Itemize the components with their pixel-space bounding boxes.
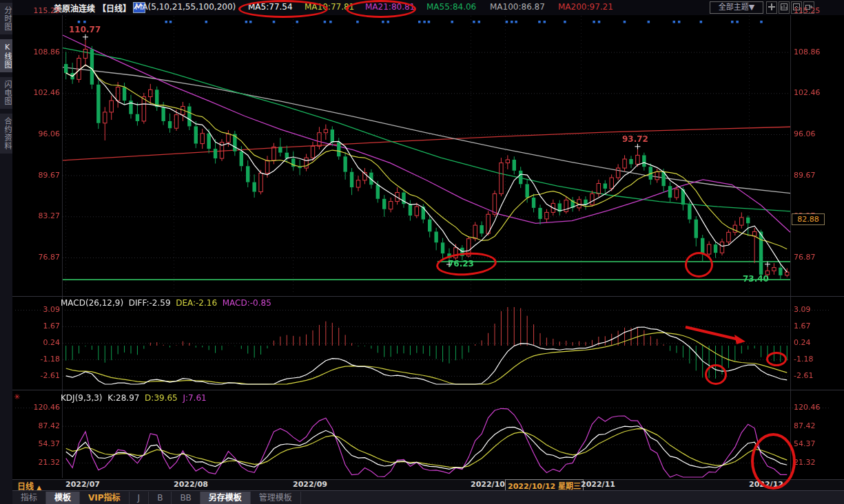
instrument-title: 美原油连续 — [54, 2, 95, 14]
date-tick-label: 2022/10 — [471, 480, 505, 489]
ma10-value: MA10:77.81 — [305, 2, 354, 12]
axis-tick-label: 96.06 — [794, 129, 816, 139]
macd-diff-value: DIFF:-2.59 — [129, 298, 171, 308]
axis-tick-label: 76.87 — [17, 253, 60, 262]
axis-tick-label: 3.09 — [794, 305, 811, 315]
axis-tick-label: 0.24 — [794, 338, 811, 348]
axis-tick-label: 102.46 — [794, 88, 821, 98]
toolbar-tab-bb[interactable]: BB — [172, 492, 200, 504]
axis-tick-label: 120.46 — [17, 403, 60, 412]
axis-tick-label: 89.67 — [17, 171, 60, 180]
macd-params: MACD(26,12,9) — [61, 298, 123, 308]
date-axis: 日线 ▲ 2022/072022/082022/092022/102022/10… — [12, 480, 844, 490]
swing-high-label: 110.77 — [69, 25, 101, 34]
axis-tick-label: 87.42 — [794, 421, 816, 431]
axis-tick-label: -1.18 — [17, 355, 60, 364]
date-tick-label: 2022/12 — [749, 480, 783, 489]
macd-header: MACD(26,12,9) DIFF:-2.59 DEA:-2.16 MACD:… — [61, 298, 271, 308]
kdj-k-value: K:28.97 — [107, 393, 139, 403]
kdj-header: KDJ(9,3,3) K:28.97 D:39.65 J:7.61 — [61, 393, 207, 403]
axis-tick-label: -2.61 — [794, 371, 813, 381]
toolbar-tab-save-template[interactable]: 另存模板 — [200, 492, 251, 504]
axis-tick-label: 1.67 — [17, 322, 60, 331]
toolbar-tab-template[interactable]: 模板 — [46, 492, 80, 504]
date-tick-label: 2022/07 — [65, 480, 100, 489]
ma5-value: MA5:77.54 — [248, 2, 293, 12]
sidebar-tab-contract-info[interactable]: 合约资料 — [0, 114, 12, 154]
ma-params-label: MA(5,10,21,55,100,200) — [135, 2, 236, 12]
trading-app-window: 分时图 K线图 闪电图 合约资料 美原油连续 【日线】 MA(5,10,21,5… — [0, 0, 844, 504]
axis-tick-label: 108.86 — [794, 48, 821, 57]
toolbar-tab-b[interactable]: B — [149, 492, 172, 504]
axis-tick-label: 108.86 — [17, 48, 60, 57]
ma55-value: MA55:84.06 — [426, 2, 476, 12]
axis-tick-label: 76.87 — [794, 253, 816, 262]
kdj-j-value: J:7.61 — [183, 393, 206, 403]
axis-tick-label: 3.09 — [17, 305, 60, 315]
date-tick-label: 2022/09 — [293, 480, 327, 489]
axis-tick-label: 1.67 — [794, 322, 811, 331]
theme-dropdown-button[interactable]: 全部主题▼ — [710, 1, 763, 14]
bottom-toolbar: 指标模板VIP指标JBBB另存模板管理模板 — [12, 490, 844, 504]
axis-tick-label: 96.06 — [17, 129, 60, 139]
toolbar-tab-vip-indicators[interactable]: VIP指标 — [80, 492, 130, 504]
date-tick-label: 2022/08 — [174, 480, 208, 489]
axis-tick-label: 120.46 — [794, 403, 821, 412]
axis-tick-label: 54.37 — [17, 439, 60, 449]
kdj-d-value: D:39.65 — [145, 393, 178, 403]
toolbar-tab-manage-template[interactable]: 管理模板 — [251, 492, 301, 504]
period-tag: 【日线】 — [98, 2, 131, 14]
kdj-params: KDJ(9,3,3) — [61, 393, 103, 403]
top-bar: 美原油连续 【日线】 MA(5,10,21,55,100,200) MA5:77… — [12, 0, 844, 15]
ma200-value: MA200:97.21 — [558, 2, 613, 12]
panel-separator — [12, 296, 844, 297]
macd-dea-value: DEA:-2.16 — [176, 298, 217, 308]
axis-tick-label: 115.25 — [794, 6, 821, 16]
axis-tick-label: 83.27 — [17, 211, 60, 221]
axis-tick-label: 89.67 — [794, 171, 816, 180]
ma100-value: MA100:86.87 — [490, 2, 545, 12]
sidebar-tab-time-chart[interactable]: 分时图 — [0, 3, 12, 34]
axis-tick-label: 21.32 — [17, 458, 60, 468]
axis-tick-label: 21.32 — [794, 458, 816, 468]
toolbar-tab-j[interactable]: J — [130, 492, 150, 504]
sidebar-tab-lightning-chart[interactable]: 闪电图 — [0, 77, 12, 109]
date-tick-label: 2022/11 — [581, 480, 615, 489]
left-sidebar: 分时图 K线图 闪电图 合约资料 — [0, 0, 13, 504]
chart-up-panel-icon[interactable] — [779, 1, 790, 14]
axis-tick-label: 115.25 — [17, 6, 60, 16]
axis-tick-label: 87.42 — [17, 421, 60, 431]
support-price-label: 76.23 — [448, 259, 474, 269]
macd-bar-value: MACD:-0.85 — [223, 298, 271, 308]
layout-split-icon[interactable] — [766, 1, 777, 14]
axis-tick-label: 102.46 — [17, 88, 60, 98]
axis-tick-label: -2.61 — [17, 371, 60, 381]
support-price-label: 73.40 — [743, 274, 769, 284]
swing-high-label: 93.72 — [622, 134, 648, 144]
crosshair-price-badge: 82.88 — [792, 213, 825, 225]
sidebar-tab-kline-chart[interactable]: K线图 — [0, 39, 12, 72]
chart-canvas[interactable] — [0, 0, 844, 504]
axis-tick-label: 0.24 — [17, 338, 60, 348]
axis-tick-label: 54.37 — [794, 439, 816, 449]
axis-tick-label: -1.18 — [794, 355, 813, 364]
ma21-value: MA21:80.81 — [365, 2, 415, 12]
kdj-settings-icon[interactable]: ✳ — [14, 392, 20, 401]
toolbar-tab-indicators[interactable]: 指标 — [12, 492, 46, 504]
panel-separator — [12, 390, 844, 390]
